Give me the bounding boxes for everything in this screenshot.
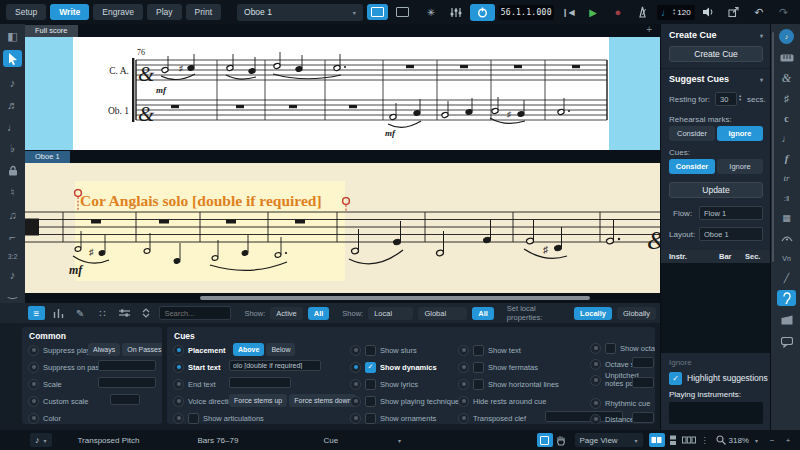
toggle[interactable] (173, 396, 184, 407)
flow-input[interactable] (699, 206, 763, 220)
filter-scope-all[interactable]: All (472, 307, 494, 320)
toggle[interactable] (590, 414, 601, 425)
toggle[interactable] (590, 343, 601, 354)
expand-panel-icon[interactable] (138, 306, 155, 320)
toggle[interactable] (350, 396, 361, 407)
activate-project-button[interactable] (470, 4, 495, 21)
show-text-checkbox[interactable] (473, 345, 484, 356)
slash-note-icon[interactable]: ♪ (3, 266, 22, 283)
rehearsal-consider-button[interactable]: Consider (669, 126, 715, 141)
mode-tab-write[interactable]: Write (50, 4, 89, 20)
toggle[interactable] (590, 359, 601, 370)
toggle[interactable] (28, 413, 39, 424)
rhythmic-grid-selector[interactable]: ♪ ▾ (30, 433, 52, 447)
force-stems-up-button[interactable]: Force stems up (229, 394, 287, 407)
layout-dropdown[interactable]: Oboe 1 ▾ (237, 4, 363, 21)
mixer-icon[interactable] (445, 4, 466, 20)
redo-icon[interactable]: ↷ (773, 4, 794, 20)
toggle[interactable] (28, 396, 39, 407)
tie-icon[interactable]: ‿ (3, 284, 22, 301)
repeats-icon[interactable]: :‖ (777, 190, 796, 206)
layout-input[interactable] (699, 227, 763, 241)
filter-local-only[interactable]: Local Only (368, 307, 413, 320)
suppress-passes-input[interactable] (98, 360, 156, 371)
accidental-natural-icon[interactable]: ♮ (3, 184, 22, 201)
toggle[interactable] (458, 345, 469, 356)
suggest-cues-header[interactable]: Suggest Cues ▾ (669, 74, 763, 84)
hand-pan-icon[interactable] (553, 433, 569, 447)
notes-tool-icon[interactable]: ♪ (3, 74, 22, 91)
pencil-icon[interactable]: ✎ (72, 306, 89, 320)
update-button[interactable]: Update (669, 182, 763, 198)
go-to-start-icon[interactable]: ❙◀ (558, 4, 579, 20)
filter-global-only[interactable]: Global Only (418, 307, 467, 320)
suppress-always-button[interactable]: Always (88, 343, 120, 356)
undo-icon[interactable]: ↶ (748, 4, 769, 20)
pitch-mode-label[interactable]: Transposed Pitch (78, 436, 140, 445)
toggle[interactable] (458, 379, 469, 390)
show-ornaments-checkbox[interactable] (365, 413, 376, 424)
distance-input[interactable] (632, 412, 654, 423)
toggle[interactable] (350, 345, 361, 356)
toggle[interactable] (350, 413, 361, 424)
page-grid-icon[interactable] (681, 433, 697, 447)
vertical-pages-icon[interactable] (665, 433, 681, 447)
properties-search-input[interactable] (159, 306, 231, 320)
show-fermatas-checkbox[interactable] (473, 362, 484, 373)
note-input-icon[interactable]: ♬ (3, 96, 22, 113)
holds-fermata-icon[interactable] (777, 230, 796, 246)
toggle[interactable] (173, 413, 184, 424)
placement-below-button[interactable]: Below (266, 343, 295, 356)
graph-view-icon[interactable] (50, 306, 67, 320)
octave-shift-input[interactable] (632, 357, 654, 368)
suggestions-list[interactable] (661, 263, 771, 353)
zoom-dropdown-chevron[interactable]: ▾ (755, 437, 758, 444)
split-view-icon[interactable] (392, 4, 413, 20)
set-locally[interactable]: Locally (574, 307, 612, 320)
playing-techniques-icon[interactable]: Vn (777, 250, 796, 266)
zoom-out-button[interactable]: − (764, 433, 780, 447)
duration-icon[interactable]: ♩ (3, 118, 22, 135)
grace-note-icon[interactable]: ♫ (3, 206, 22, 223)
zoom-icon[interactable] (713, 433, 729, 447)
tab-oboe-1[interactable]: Oboe 1 (25, 151, 70, 163)
mode-tab-play[interactable]: Play (147, 4, 182, 20)
comments-icon[interactable] (777, 334, 796, 350)
toggle[interactable] (458, 362, 469, 373)
play-icon[interactable]: ▶ (583, 4, 604, 20)
tempo-display[interactable]: ♩ ▴▾ 120 (657, 5, 695, 20)
tuplet-icon[interactable]: 3:2 (3, 248, 22, 265)
toggle[interactable] (590, 375, 601, 386)
lines-icon[interactable]: ╱ (777, 270, 796, 286)
playing-instruments-list[interactable] (669, 402, 763, 424)
show-lyrics-checkbox[interactable] (365, 379, 376, 390)
metronome-icon[interactable] (632, 4, 653, 20)
show-articulations-checkbox[interactable] (188, 413, 199, 424)
end-text-input[interactable] (229, 377, 291, 388)
oboe-1-view[interactable]: Cor Anglais solo [double if required] ♯ (25, 163, 660, 293)
time-signatures-icon[interactable]: c (777, 110, 796, 126)
show-horizontal-lines-checkbox[interactable] (473, 379, 484, 390)
create-cue-header[interactable]: Create Cue ▾ (669, 30, 763, 40)
toggle[interactable] (173, 345, 184, 356)
toggle[interactable] (28, 345, 39, 356)
marquee-select-icon[interactable] (537, 433, 553, 447)
resting-stepper[interactable]: ▴▾ (739, 94, 741, 102)
full-score-view[interactable]: 76 C. A. Ob. 1 & & ♯ (25, 37, 660, 150)
rehearsal-ignore-button[interactable]: Ignore (717, 126, 763, 141)
create-cue-button[interactable]: Create Cue (669, 46, 763, 62)
clefs-icon[interactable]: & (777, 70, 796, 86)
show-slurs-checkbox[interactable] (365, 345, 376, 356)
show-dynamics-checkbox[interactable] (365, 362, 376, 373)
set-globally[interactable]: Globally (617, 307, 656, 320)
lock-duration-icon[interactable] (3, 162, 22, 179)
panel-scrollbar[interactable] (772, 32, 774, 262)
notes-palette-icon[interactable]: ♪ (777, 28, 796, 44)
highlight-suggestions-checkbox[interactable] (669, 372, 682, 385)
toggle[interactable] (350, 362, 361, 373)
video-clapper-icon[interactable] (777, 312, 796, 328)
keyboard-icon[interactable] (777, 50, 796, 66)
mode-tab-print[interactable]: Print (186, 4, 221, 20)
toggle[interactable] (590, 398, 601, 409)
collapse-panel-chevron[interactable]: ▾ (398, 437, 401, 444)
